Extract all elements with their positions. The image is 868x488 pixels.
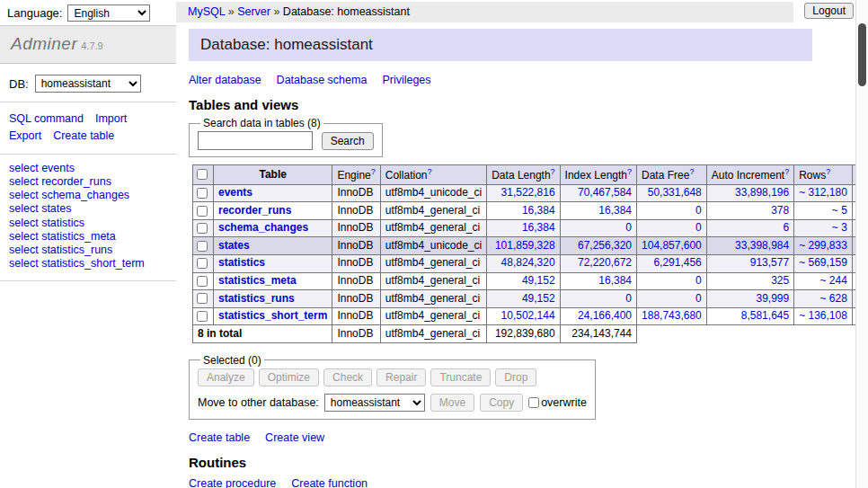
menu-link-import[interactable]: Import	[95, 112, 127, 125]
data-free-link[interactable]: 50,331,648	[648, 186, 702, 199]
index-length-link[interactable]: 0	[625, 292, 632, 305]
index-length-link[interactable]: 70,467,584	[578, 186, 632, 199]
help-icon[interactable]: ?	[627, 167, 632, 176]
table-name-link[interactable]: states	[218, 239, 250, 252]
row-checkbox[interactable]	[197, 241, 208, 252]
data-length-link[interactable]: 31,522,816	[501, 186, 555, 199]
move-database-select[interactable]: homeassistant	[324, 394, 425, 412]
data-free-link[interactable]: 0	[695, 292, 702, 305]
row-checkbox[interactable]	[197, 293, 208, 304]
sidebar-table-link[interactable]: select statistics_runs	[9, 244, 167, 257]
scrollbar-thumb[interactable]	[858, 23, 866, 86]
rows-link[interactable]: ~ 569,159	[799, 256, 847, 269]
auto-increment-link[interactable]: 378	[771, 204, 789, 217]
search-input[interactable]	[198, 131, 313, 150]
row-checkbox[interactable]	[197, 223, 208, 234]
drop-button[interactable]: Drop	[495, 368, 536, 386]
data-free-link[interactable]: 188,743,680	[642, 309, 702, 322]
sidebar-table-link[interactable]: select schema_changes	[9, 189, 167, 202]
help-icon[interactable]: ?	[826, 167, 830, 176]
row-checkbox[interactable]	[197, 188, 208, 199]
data-free-link[interactable]: 104,857,600	[642, 239, 702, 252]
auto-increment-link[interactable]: 6	[783, 221, 789, 234]
row-checkbox[interactable]	[197, 276, 208, 287]
create-table-link[interactable]: Create table	[189, 431, 250, 444]
table-name-link[interactable]: statistics_runs	[218, 292, 295, 305]
data-length-link[interactable]: 16,384	[522, 204, 555, 217]
breadcrumb-link[interactable]: MySQL	[188, 5, 225, 18]
data-length-link[interactable]: 49,152	[522, 274, 555, 287]
table-name-link[interactable]: statistics_short_term	[218, 309, 327, 322]
help-icon[interactable]: ?	[551, 167, 555, 176]
help-icon[interactable]: ?	[689, 167, 694, 176]
data-length-link[interactable]: 49,152	[522, 292, 555, 305]
row-checkbox[interactable]	[197, 311, 208, 322]
data-free-link[interactable]: 0	[695, 221, 702, 234]
menu-link-create-table[interactable]: Create table	[53, 129, 114, 142]
data-free-link[interactable]: 6,291,456	[653, 256, 701, 269]
index-length-link[interactable]: 0	[625, 221, 632, 234]
create-procedure-link[interactable]: Create procedure	[189, 477, 276, 488]
table-name-link[interactable]: events	[218, 186, 252, 199]
row-checkbox[interactable]	[197, 258, 208, 269]
optimize-button[interactable]: Optimize	[259, 368, 319, 386]
move-button[interactable]: Move	[430, 394, 474, 412]
rows-link[interactable]: ~ 312,180	[799, 186, 847, 199]
auto-increment-link[interactable]: 8,581,645	[741, 309, 789, 322]
data-length-link[interactable]: 10,502,144	[501, 309, 555, 322]
overwrite-checkbox[interactable]	[528, 397, 539, 408]
table-name-link[interactable]: schema_changes	[218, 221, 308, 234]
language-select[interactable]: English	[67, 4, 150, 22]
copy-button[interactable]: Copy	[480, 394, 523, 412]
help-icon[interactable]: ?	[784, 167, 789, 176]
database-schema-link[interactable]: Database schema	[277, 74, 368, 86]
table-name-link[interactable]: statistics_meta	[218, 274, 297, 287]
rows-link[interactable]: ~ 299,833	[799, 239, 847, 252]
sidebar-table-link[interactable]: select statistics	[9, 217, 167, 230]
sidebar-table-link[interactable]: select states	[9, 202, 167, 216]
table-name-link[interactable]: recorder_runs	[218, 204, 291, 217]
index-length-link[interactable]: 72,220,672	[578, 256, 632, 269]
repair-button[interactable]: Repair	[376, 368, 426, 386]
data-free-link[interactable]: 0	[695, 274, 702, 287]
help-icon[interactable]: ?	[427, 167, 431, 176]
analyze-button[interactable]: Analyze	[198, 368, 254, 386]
privileges-link[interactable]: Privileges	[382, 74, 430, 86]
auto-increment-link[interactable]: 325	[771, 274, 789, 287]
data-free-link[interactable]: 0	[695, 204, 702, 217]
data-length-link[interactable]: 48,824,320	[501, 256, 555, 269]
select-all-checkbox[interactable]	[197, 169, 208, 180]
alter-database-link[interactable]: Alter database	[189, 74, 261, 86]
search-button[interactable]: Search	[322, 132, 374, 150]
sidebar-table-link[interactable]: select recorder_runs	[9, 175, 167, 189]
rows-link[interactable]: ~ 5	[832, 204, 847, 217]
menu-link-export[interactable]: Export	[9, 129, 41, 142]
create-view-link[interactable]: Create view	[265, 431, 324, 444]
rows-link[interactable]: ~ 136,108	[799, 309, 847, 322]
create-function-link[interactable]: Create function	[291, 477, 368, 488]
auto-increment-link[interactable]: 39,999	[756, 292, 789, 305]
breadcrumb-link[interactable]: Server	[237, 5, 270, 18]
rows-link[interactable]: ~ 628	[820, 292, 847, 305]
rows-link[interactable]: ~ 3	[832, 221, 847, 234]
sidebar-table-link[interactable]: select events	[9, 162, 167, 175]
data-length-link[interactable]: 101,859,328	[495, 239, 555, 252]
help-icon[interactable]: ?	[371, 167, 376, 176]
db-select[interactable]: homeassistant	[35, 75, 141, 93]
index-length-link[interactable]: 24,166,400	[578, 309, 632, 322]
scrollbar[interactable]	[855, 0, 868, 488]
table-name-link[interactable]: statistics	[218, 256, 265, 269]
index-length-link[interactable]: 16,384	[598, 274, 632, 287]
auto-increment-link[interactable]: 33,398,984	[735, 239, 789, 252]
auto-increment-link[interactable]: 33,898,196	[735, 186, 789, 199]
data-length-link[interactable]: 16,384	[522, 221, 555, 234]
logout-button[interactable]: Logout	[804, 3, 854, 19]
index-length-link[interactable]: 16,384	[598, 204, 632, 217]
rows-link[interactable]: ~ 244	[820, 274, 847, 287]
index-length-link[interactable]: 67,256,320	[578, 239, 632, 252]
sidebar-table-link[interactable]: select statistics_meta	[9, 230, 167, 244]
row-checkbox[interactable]	[197, 206, 208, 217]
truncate-button[interactable]: Truncate	[430, 368, 491, 386]
menu-link-sql-command[interactable]: SQL command	[9, 112, 84, 125]
auto-increment-link[interactable]: 913,577	[750, 256, 789, 269]
